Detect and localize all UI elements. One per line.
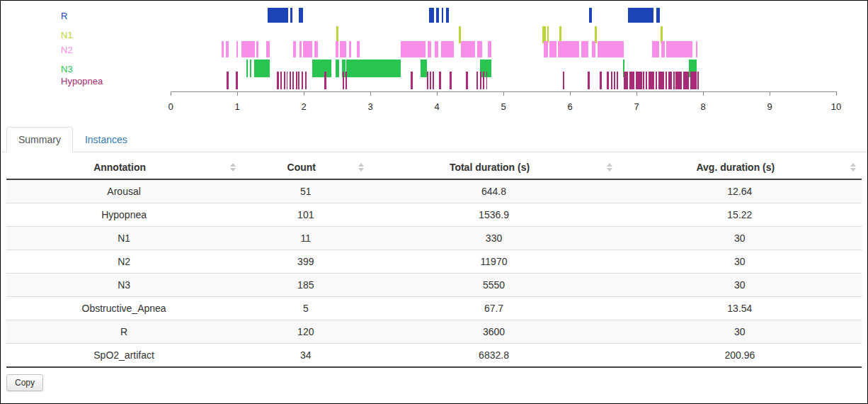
annotation-span-n2 xyxy=(299,41,302,57)
column-header-annotation[interactable]: Annotation xyxy=(6,156,241,179)
annotation-span-hypopnea xyxy=(666,72,667,89)
x-axis-tick-label: 10 xyxy=(831,101,841,112)
annotation-span-hypopnea xyxy=(277,72,279,89)
timeline-row-label-n2: N2 xyxy=(61,44,73,55)
timeline-row-label-hypopnea: Hypopnea xyxy=(61,75,103,86)
sort-icon[interactable] xyxy=(230,163,236,172)
column-header-label: Avg. duration (s) xyxy=(696,162,775,173)
sort-up-arrow-icon xyxy=(358,163,364,167)
annotation-span-hypopnea xyxy=(683,72,689,89)
annotation-span-n2 xyxy=(696,41,697,57)
column-header-avg-duration-s[interactable]: Avg. duration (s) xyxy=(618,156,862,179)
timeline-row-label-n3: N3 xyxy=(61,63,73,74)
annotation-span-hypopnea xyxy=(600,72,602,89)
table-row-hypopnea: Hypopnea1011536.915.22 xyxy=(6,203,862,227)
table-cell: 185 xyxy=(241,274,370,297)
x-axis-tick xyxy=(437,91,438,96)
annotation-span-hypopnea xyxy=(287,72,288,89)
tab-summary[interactable]: Summary xyxy=(6,127,73,152)
annotation-span-hypopnea xyxy=(697,72,699,89)
table-cell: 51 xyxy=(241,179,370,203)
table-cell: 11970 xyxy=(370,250,617,274)
annotation-span-n3 xyxy=(250,60,251,77)
annotation-span-hypopnea xyxy=(430,72,431,89)
annotation-span-n2 xyxy=(666,41,692,57)
annotation-span-hypopnea xyxy=(284,72,285,89)
x-axis-tick-label: 0 xyxy=(168,101,173,112)
annotation-span-n2 xyxy=(441,41,455,57)
annotation-span-n2 xyxy=(336,41,338,57)
column-header-label: Total duration (s) xyxy=(450,162,530,173)
annotation-span-hypopnea xyxy=(411,72,413,89)
annotation-span-n3 xyxy=(312,60,331,77)
annotation-span-n2 xyxy=(349,41,351,57)
annotation-span-hypopnea xyxy=(346,72,347,89)
x-axis-tick-label: 5 xyxy=(501,101,506,112)
annotation-span-hypopnea xyxy=(563,72,565,89)
table-cell: 101 xyxy=(241,203,370,227)
table-cell: SpO2_artifact xyxy=(6,344,241,368)
table-cell: 13.54 xyxy=(618,297,862,320)
table-row-arousal: Arousal51644.812.64 xyxy=(6,179,862,203)
annotation-span-hypopnea xyxy=(646,72,647,89)
annotation-span-hypopnea xyxy=(305,72,307,89)
column-header-total-duration-s[interactable]: Total duration (s) xyxy=(370,156,617,179)
table-cell: R xyxy=(6,320,241,344)
x-axis-tick xyxy=(836,91,837,96)
x-axis-tick-label: 8 xyxy=(700,101,705,112)
annotation-span-hypopnea xyxy=(614,72,615,89)
annotation-span-n2 xyxy=(598,41,624,57)
table-row-n3: N3185555030 xyxy=(6,274,862,297)
table-cell: 67.7 xyxy=(370,297,617,320)
x-axis-tick xyxy=(703,91,704,96)
annotation-span-hypopnea xyxy=(483,72,484,89)
annotation-span-n3 xyxy=(254,60,270,77)
annotation-span-hypopnea xyxy=(439,72,441,89)
annotation-span-hypopnea xyxy=(675,72,681,89)
column-header-label: Count xyxy=(287,162,316,173)
summary-table: AnnotationCountTotal duration (s)Avg. du… xyxy=(6,156,862,368)
table-cell: 330 xyxy=(370,227,617,250)
column-header-count[interactable]: Count xyxy=(241,156,370,179)
annotation-span-hypopnea xyxy=(302,72,303,89)
tab-instances[interactable]: Instances xyxy=(73,127,139,152)
annotation-span-hypopnea xyxy=(658,72,664,89)
annotation-span-hypopnea xyxy=(649,72,654,89)
annotation-span-n2 xyxy=(461,41,475,57)
x-axis-tick xyxy=(570,91,571,96)
table-cell: N3 xyxy=(6,274,241,297)
annotation-span-r xyxy=(589,8,592,23)
x-axis-tick-label: 2 xyxy=(301,101,306,112)
table-cell: 120 xyxy=(241,320,370,344)
table-cell: 30 xyxy=(618,227,862,250)
sort-up-arrow-icon xyxy=(230,163,236,167)
table-cell: 34 xyxy=(241,344,370,368)
annotation-span-hypopnea xyxy=(486,72,488,89)
annotation-span-hypopnea xyxy=(466,72,468,89)
annotation-span-n2 xyxy=(226,41,229,57)
table-cell: 3600 xyxy=(370,320,617,344)
annotation-span-n2 xyxy=(236,41,238,57)
annotation-span-n2 xyxy=(652,41,659,57)
x-axis-tick-label: 9 xyxy=(767,101,772,112)
annotation-span-n2 xyxy=(428,41,431,57)
sort-icon[interactable] xyxy=(358,163,364,172)
annotation-span-hypopnea xyxy=(280,72,282,89)
annotation-span-hypopnea xyxy=(292,72,294,89)
timeline-row-label-n1: N1 xyxy=(61,30,73,40)
copy-button[interactable]: Copy xyxy=(6,374,43,391)
annotation-span-n2 xyxy=(293,41,296,57)
sort-icon[interactable] xyxy=(607,163,612,172)
x-axis-tick xyxy=(636,91,637,96)
annotation-span-hypopnea xyxy=(690,72,696,89)
sort-up-arrow-icon xyxy=(850,163,856,167)
sort-icon[interactable] xyxy=(850,163,856,172)
annotation-span-n2 xyxy=(477,41,482,57)
annotation-span-hypopnea xyxy=(668,72,672,89)
tab-bar: Summary Instances xyxy=(1,125,867,152)
table-cell: 30 xyxy=(618,320,862,344)
x-axis-tick-label: 4 xyxy=(434,101,439,112)
annotation-span-n2 xyxy=(581,41,588,57)
annotation-span-hypopnea xyxy=(227,72,229,89)
annotation-span-r xyxy=(299,8,303,23)
